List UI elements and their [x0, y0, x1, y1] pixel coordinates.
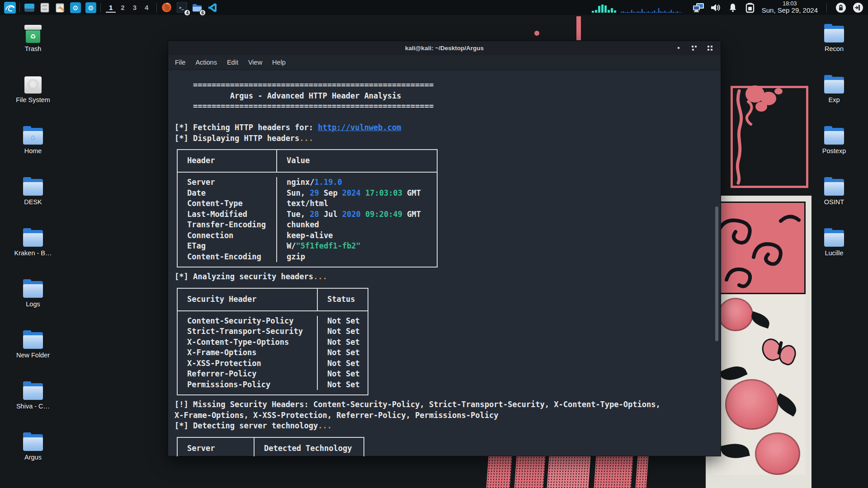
terminal-text-segment: chunked — [287, 220, 319, 229]
kali-menu-icon[interactable] — [4, 1, 16, 14]
table-cell: Last-Modified — [178, 209, 276, 220]
panel-separator — [19, 3, 20, 12]
table-body: Servernginx/1.19.0DateSun, 29 Sep 2024 1… — [178, 173, 437, 267]
desktop-icon-logs[interactable]: Logs — [14, 280, 52, 309]
minimize-button[interactable] — [675, 45, 682, 52]
menu-help[interactable]: Help — [272, 59, 286, 66]
folder-icon — [824, 178, 844, 196]
terminal-text-segment: 28 — [310, 210, 319, 219]
rose-flower-bottom — [755, 432, 800, 475]
folder-icon — [23, 280, 43, 298]
terminal-text-segment: [*] Detecting server technology — [175, 421, 318, 430]
panel-clock[interactable]: 18:03 Sun, Sep 29, 2024 — [761, 1, 819, 14]
folder-front — [23, 233, 43, 247]
desktop-icon-new-folder[interactable]: New Folder — [14, 331, 52, 360]
table-header-cell: Detected Technology — [254, 438, 363, 457]
menu-file[interactable]: File — [175, 59, 185, 66]
panel-separator — [100, 3, 101, 12]
window-manager-icon[interactable] — [23, 1, 36, 14]
table-row: Connectionkeep-alive — [178, 230, 437, 241]
display-icon[interactable] — [692, 1, 705, 14]
desktop-icon-shiva-c[interactable]: Shiva - C… — [14, 382, 52, 411]
table-header-cell: Status — [317, 289, 368, 310]
window-titlebar[interactable]: kali@kali: ~/Desktop/Argus — [168, 41, 721, 55]
file-manager-icon[interactable]: 6 — [191, 1, 203, 14]
desktop-icon-exp[interactable]: Exp — [816, 76, 853, 105]
file-cabinet-icon[interactable] — [38, 1, 51, 14]
workspace-4[interactable]: 4 — [142, 3, 151, 13]
table-cell: keep-alive — [276, 230, 437, 241]
terminal-line: ========================================… — [175, 80, 721, 91]
terminal-text-segment: Argus - Advanced HTTP Header Analysis — [175, 91, 401, 100]
desktop-icon-file-system[interactable]: File System — [14, 76, 52, 105]
folder-front — [824, 233, 844, 247]
desktop-icon-trash[interactable]: ♻Trash — [14, 25, 52, 54]
desktop-icon-desk[interactable]: DESK — [14, 178, 52, 207]
desktop-icon-argus[interactable]: Argus — [14, 433, 52, 462]
settings-gear-icon-2[interactable]: ⚙ — [85, 1, 97, 14]
table-cell: ETag — [178, 241, 276, 252]
code-editor-icon[interactable] — [206, 1, 219, 14]
terminal-text-segment: Not Set — [327, 338, 360, 347]
system-monitor-graph-icon[interactable] — [592, 2, 688, 14]
workspace-3[interactable]: 3 — [130, 3, 140, 13]
terminal-line: [*] Analyzing security headers... — [175, 272, 721, 282]
terminal-text-segment: [*] Fetching HTTP headers for: — [175, 123, 318, 132]
terminal-text-segment: Not Set — [327, 369, 360, 378]
desktop-icon-lucille[interactable]: Lucille — [816, 229, 853, 258]
terminal-line: [*] Fetching HTTP headers for: http://vu… — [175, 122, 721, 133]
maximize-button[interactable] — [691, 45, 698, 52]
background-flower-blob — [745, 85, 764, 103]
volume-icon[interactable] — [709, 1, 722, 14]
folder-front — [824, 29, 844, 42]
close-button[interactable] — [707, 45, 713, 52]
top-panel: ⚙⚙ 1234 >_46 18:03 Sun, Sep 29, 2024 — [0, 0, 868, 15]
desktop-icon-osint[interactable]: OSINT — [816, 178, 853, 207]
folder-icon: ⌂ — [23, 127, 43, 145]
table-row: ETagW/"5f1fedf1-fb2" — [178, 241, 437, 252]
terminal-line: Argus - Advanced HTTP Header Analysis — [175, 91, 721, 102]
table-header-cell: Security Header — [178, 289, 317, 310]
terminal-text-segment: Date — [187, 188, 206, 197]
background-ray — [486, 456, 512, 488]
desktop-icon-kraken-b[interactable]: Kraken - B… — [14, 229, 52, 258]
desktop-icon-recon[interactable]: Recon — [816, 25, 853, 54]
background-ray — [594, 456, 633, 488]
lock-screen-icon[interactable] — [835, 1, 847, 14]
terminal-text-segment: Not Set — [327, 380, 360, 389]
desktop-icon-home[interactable]: ⌂Home — [14, 127, 52, 156]
desktop-icon-label: Lucille — [825, 249, 843, 257]
menu-edit[interactable]: Edit — [227, 59, 238, 66]
table-cell: Content-Type — [178, 198, 276, 209]
terminal-line: [!] Missing Security Headers: Content-Se… — [175, 399, 721, 410]
terminal-app-icon[interactable]: >_4 — [175, 1, 188, 14]
vulnweb-link[interactable]: http://vulnweb.com — [318, 123, 401, 132]
terminal-scrollbar-thumb[interactable] — [715, 206, 718, 341]
terminal-output[interactable]: ========================================… — [168, 70, 721, 456]
battery-icon[interactable] — [744, 1, 756, 14]
menu-view[interactable]: View — [248, 59, 262, 66]
settings-gear-icon[interactable]: ⚙ — [69, 1, 82, 14]
drive-platter — [28, 79, 38, 90]
notifications-bell-icon[interactable] — [726, 1, 739, 14]
background-artwork-rays — [487, 456, 657, 488]
logout-icon[interactable] — [852, 1, 864, 14]
background-ray — [547, 456, 591, 488]
desktop-icon-postexp[interactable]: Postexp — [816, 127, 853, 156]
terminal-text-segment: Tue, — [287, 210, 310, 219]
desktop-right-icon-column: ReconExpPostexpOSINTLucille — [816, 25, 853, 280]
terminal-text-segment: GMT — [402, 210, 421, 219]
background-artwork-card — [706, 196, 811, 488]
workspace-1[interactable]: 1 — [106, 3, 116, 13]
notes-icon[interactable] — [54, 1, 66, 14]
menu-actions[interactable]: Actions — [195, 59, 217, 66]
firefox-icon[interactable] — [160, 1, 173, 14]
desktop-icon-label: Recon — [825, 45, 844, 52]
folder-front — [23, 437, 43, 451]
table-cell: text/html — [276, 198, 437, 209]
table-row: Permissions-PolicyNot Set — [178, 380, 368, 390]
folder-icon — [824, 229, 844, 247]
workspace-2[interactable]: 2 — [118, 3, 127, 13]
panel-launchers: ⚙⚙ — [23, 1, 97, 14]
svg-text:⚙: ⚙ — [72, 4, 78, 12]
